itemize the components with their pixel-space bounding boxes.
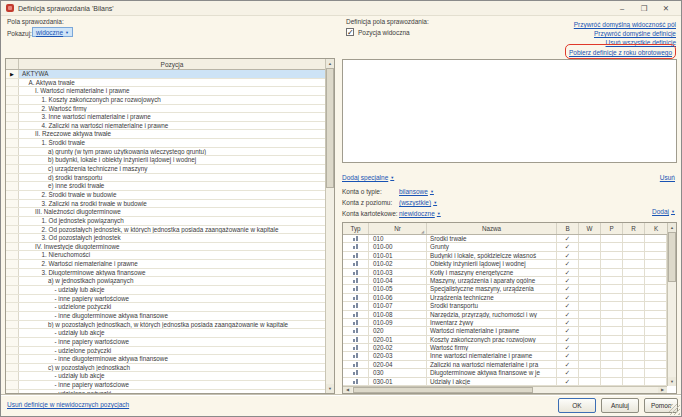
flag-p-cell[interactable] — [601, 269, 623, 276]
flag-b-cell[interactable]: ✓ — [557, 352, 579, 359]
tree-row[interactable]: 2. Wartości niematerialne i prawne — [6, 260, 325, 269]
flag-w-cell[interactable] — [579, 311, 601, 318]
flag-b-cell[interactable]: ✓ — [557, 235, 579, 242]
account-row[interactable]: 010-04Maszyny, urządzenia i aparaty ogól… — [343, 277, 667, 285]
flag-r-cell[interactable] — [623, 235, 645, 242]
col-nazwa-header[interactable]: Nazwa — [427, 223, 557, 234]
flag-w-cell[interactable] — [579, 369, 601, 376]
flag-p-cell[interactable] — [601, 302, 623, 309]
tree-scroll-thumb[interactable] — [326, 68, 334, 188]
table-vertical-scrollbar[interactable]: ▲ ▼ — [667, 223, 676, 386]
flag-k-cell[interactable] — [645, 252, 667, 259]
flag-p-cell[interactable] — [601, 311, 623, 318]
tree-row[interactable]: - inne długoterminowe aktywa finansowe — [6, 355, 325, 364]
tree-row[interactable]: b) budynki, lokale i obiekty inżynierii … — [6, 156, 325, 165]
tree-row[interactable]: - udziały lub akcje — [6, 329, 325, 338]
flag-r-cell[interactable] — [623, 243, 645, 250]
table-scroll-thumb[interactable] — [668, 232, 676, 282]
flag-k-cell[interactable] — [645, 378, 667, 385]
scroll-up-icon[interactable]: ▲ — [668, 223, 676, 232]
col-nr-header[interactable]: Nr◢ — [369, 223, 427, 234]
flag-k-cell[interactable] — [645, 344, 667, 351]
flag-p-cell[interactable] — [601, 327, 623, 334]
flag-w-cell[interactable] — [579, 235, 601, 242]
account-row[interactable]: 010-01Budynki i lokale, spółdzielcze wła… — [343, 252, 667, 260]
account-row[interactable]: 020Wartości niematerialne i prawne✓ — [343, 327, 667, 335]
account-row[interactable]: 030-01Udziały i akcje✓ — [343, 378, 667, 386]
flag-w-cell[interactable] — [579, 352, 601, 359]
flag-b-cell[interactable]: ✓ — [557, 285, 579, 292]
tree-row[interactable]: - inne papiery wartościowe — [6, 381, 325, 390]
flag-k-cell[interactable] — [645, 327, 667, 334]
tree-row[interactable]: a) w jednostkach powiązanych — [6, 277, 325, 286]
col-k-header[interactable]: K — [645, 223, 667, 234]
close-button[interactable]: ✕ — [655, 1, 677, 16]
flag-r-cell[interactable] — [623, 344, 645, 351]
flag-b-cell[interactable]: ✓ — [557, 277, 579, 284]
tree-row[interactable]: 1. Koszty zakończonych prac rozwojowych — [6, 96, 325, 105]
tree-row[interactable]: 1. Od jednostek powiązanych — [6, 217, 325, 226]
flag-b-cell[interactable]: ✓ — [557, 311, 579, 318]
flag-p-cell[interactable] — [601, 285, 623, 292]
tree-row[interactable]: 1. Środki trwałe — [6, 139, 325, 148]
tree-row[interactable]: - udzielone pożyczki — [6, 303, 325, 312]
flag-w-cell[interactable] — [579, 260, 601, 267]
flag-w-cell[interactable] — [579, 302, 601, 309]
tree-row[interactable]: - udzielone pożyczki — [6, 390, 325, 393]
flag-r-cell[interactable] — [623, 369, 645, 376]
tree-row[interactable]: III. Należności długoterminowe — [6, 208, 325, 217]
scroll-down-icon[interactable]: ▼ — [668, 377, 676, 386]
col-r-header[interactable]: R — [623, 223, 645, 234]
position-visible-checkbox[interactable]: ✓ — [346, 28, 354, 36]
tree-row[interactable]: b) w pozostałych jednostkach, w których … — [6, 321, 325, 330]
flag-r-cell[interactable] — [623, 319, 645, 326]
cancel-button[interactable]: Anuluj — [601, 398, 639, 413]
tree-row[interactable]: 3. Inne wartości niematerialne i prawne — [6, 113, 325, 122]
flag-b-cell[interactable]: ✓ — [557, 344, 579, 351]
flag-b-cell[interactable]: ✓ — [557, 294, 579, 301]
table-horizontal-scrollbar[interactable]: ◀ ▶ — [343, 386, 667, 393]
flag-k-cell[interactable] — [645, 269, 667, 276]
delete-definitions-hidden-positions-link[interactable]: Usuń definicje w niewidocznych pozycjach — [7, 401, 129, 408]
flag-k-cell[interactable] — [645, 285, 667, 292]
tree-row[interactable]: II. Rzeczowe aktywa trwałe — [6, 130, 325, 139]
add-dropdown[interactable]: Dodaj ▼ — [652, 208, 675, 215]
flag-w-cell[interactable] — [579, 285, 601, 292]
col-p-header[interactable]: P — [601, 223, 623, 234]
scroll-left-icon[interactable]: ◀ — [343, 387, 352, 393]
flag-p-cell[interactable] — [601, 336, 623, 343]
flag-b-cell[interactable]: ✓ — [557, 243, 579, 250]
col-w-header[interactable]: W — [579, 223, 601, 234]
account-row[interactable]: 010-06Urządzenia techniczne✓ — [343, 294, 667, 302]
account-row[interactable]: 020-04Zaliczki na wartości niematerialne… — [343, 361, 667, 369]
flag-k-cell[interactable] — [645, 369, 667, 376]
flag-p-cell[interactable] — [601, 277, 623, 284]
flag-k-cell[interactable] — [645, 294, 667, 301]
tree-row[interactable]: - inne papiery wartościowe — [6, 295, 325, 304]
account-type-dropdown[interactable]: bilansowe ▼ — [399, 188, 434, 195]
flag-w-cell[interactable] — [579, 277, 601, 284]
add-special-dropdown[interactable]: Dodaj specjalne ▼ — [342, 174, 394, 181]
account-card-dropdown[interactable]: niewidoczne ▼ — [399, 210, 441, 217]
flag-b-cell[interactable]: ✓ — [557, 302, 579, 309]
flag-p-cell[interactable] — [601, 260, 623, 267]
flag-w-cell[interactable] — [579, 252, 601, 259]
definition-text-area[interactable] — [342, 59, 677, 163]
minimize-button[interactable]: – — [611, 1, 633, 16]
table-hscroll-thumb[interactable] — [353, 387, 533, 393]
tree-row[interactable]: e) inne środki trwałe — [6, 182, 325, 191]
flag-b-cell[interactable]: ✓ — [557, 361, 579, 368]
flag-p-cell[interactable] — [601, 319, 623, 326]
tree-row[interactable]: - inne długoterminowe aktywa finansowe — [6, 312, 325, 321]
tree-row[interactable]: - udziały lub akcje — [6, 372, 325, 381]
accounts-table-header[interactable]: Typ Nr◢ Nazwa B W P R K — [343, 223, 667, 235]
flag-p-cell[interactable] — [601, 294, 623, 301]
account-level-dropdown[interactable]: (wszystkie) ▼ — [399, 199, 437, 206]
flag-r-cell[interactable] — [623, 352, 645, 359]
tree-vertical-scrollbar[interactable]: ▲ ▼ — [325, 59, 334, 393]
flag-p-cell[interactable] — [601, 344, 623, 351]
flag-r-cell[interactable] — [623, 336, 645, 343]
resize-grip[interactable] — [669, 404, 680, 415]
tree-row[interactable]: 2. Środki trwałe w budowie — [6, 191, 325, 200]
flag-p-cell[interactable] — [601, 252, 623, 259]
